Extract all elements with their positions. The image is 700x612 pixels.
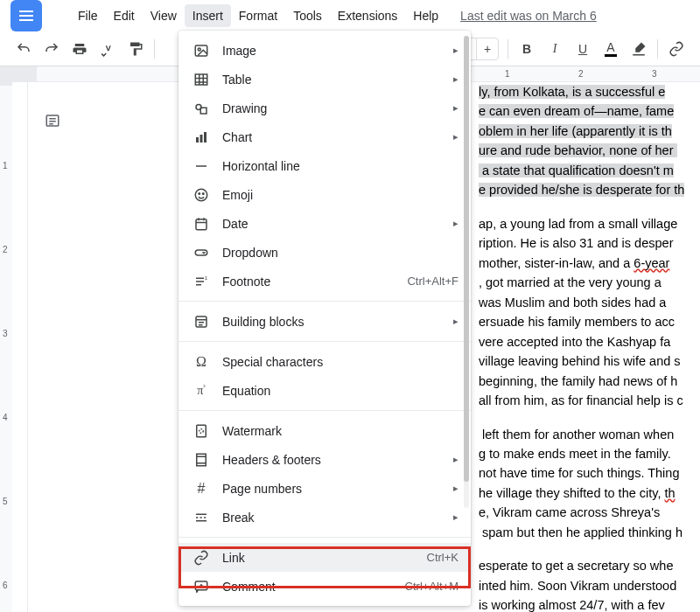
svg-rect-33: [197, 425, 206, 437]
menu-item-shortcut: Ctrl+Alt+M: [405, 580, 458, 593]
comment-icon: [192, 578, 210, 595]
table-icon: [192, 71, 210, 88]
svg-rect-13: [196, 137, 199, 143]
submenu-arrow-icon: ▸: [453, 511, 458, 523]
menu-item-label: Date: [222, 217, 446, 231]
menu-file[interactable]: File: [70, 4, 106, 27]
last-edit-link[interactable]: Last edit was on March 6: [460, 9, 597, 23]
svg-rect-20: [196, 219, 206, 229]
svg-point-18: [199, 192, 200, 194]
break-icon: [192, 509, 210, 526]
undo-button[interactable]: [10, 36, 37, 62]
menu-item-image[interactable]: Image▸: [178, 36, 471, 65]
omega-icon: Ω: [192, 353, 210, 371]
menu-item-label: Special characters: [222, 355, 458, 369]
svg-rect-14: [200, 135, 203, 143]
menu-help[interactable]: Help: [405, 4, 446, 27]
submenu-arrow-icon: ▸: [453, 73, 458, 85]
chart-icon: [192, 129, 210, 146]
document-text[interactable]: ly, from Kolkata, is a successful ee can…: [479, 82, 700, 612]
menu-item-label: Page numbers: [222, 482, 446, 496]
svg-text:1: 1: [205, 275, 208, 280]
menu-item-table[interactable]: Table▸: [178, 65, 471, 94]
docs-logo[interactable]: [10, 0, 42, 31]
menu-view[interactable]: View: [143, 4, 185, 27]
menu-item-label: Chart: [222, 130, 446, 144]
menu-edit[interactable]: Edit: [106, 4, 143, 27]
menu-item-label: Watermark: [222, 424, 458, 438]
menu-item-label: Headers & footers: [222, 453, 446, 467]
menu-bar: FileEditViewInsertFormatToolsExtensionsH…: [0, 0, 700, 31]
image-icon: [192, 42, 210, 59]
svg-rect-4: [195, 45, 207, 56]
menu-item-date[interactable]: Date▸: [178, 209, 471, 238]
submenu-arrow-icon: ▸: [453, 45, 458, 56]
menu-item-headers-footers[interactable]: Headers & footers▸: [178, 445, 471, 474]
menu-separator: [178, 537, 471, 538]
headers-icon: [192, 451, 210, 469]
menu-item-footnote[interactable]: 1FootnoteCtrl+Alt+F: [178, 267, 471, 296]
menu-item-label: Link: [222, 551, 427, 565]
menu-item-label: Equation: [222, 384, 458, 398]
menu-item-dropdown[interactable]: Dropdown: [178, 238, 471, 267]
menu-item-break[interactable]: Break▸: [178, 503, 471, 532]
menu-item-label: Image: [222, 44, 446, 58]
highlight-color-button[interactable]: [626, 36, 652, 62]
font-size-increase[interactable]: +: [477, 42, 498, 56]
menu-item-emoji[interactable]: Emoji: [178, 180, 471, 209]
menu-item-drawing[interactable]: Drawing▸: [178, 94, 471, 122]
spellcheck-button[interactable]: [94, 36, 121, 62]
menu-format[interactable]: Format: [231, 4, 285, 27]
menu-insert[interactable]: Insert: [185, 4, 231, 27]
menu-item-label: Building blocks: [222, 315, 446, 329]
left-gutter: [28, 82, 80, 612]
menu-item-comment[interactable]: CommentCtrl+Alt+M: [178, 572, 471, 601]
svg-point-17: [195, 189, 207, 201]
document-outline-button[interactable]: [40, 108, 65, 133]
blocks-icon: [192, 313, 210, 330]
redo-button[interactable]: [38, 36, 65, 62]
menu-item-label: Break: [222, 511, 446, 525]
italic-button[interactable]: I: [542, 36, 568, 62]
dropdown-icon: [192, 244, 210, 261]
menu-item-horizontal-line[interactable]: Horizontal line: [178, 151, 471, 180]
submenu-arrow-icon: ▸: [453, 131, 458, 143]
menu-tools[interactable]: Tools: [285, 4, 330, 27]
menu-item-building-blocks[interactable]: Building blocks▸: [178, 307, 471, 336]
svg-rect-15: [204, 132, 206, 143]
menu-item-label: Drawing: [222, 101, 446, 115]
menu-item-shortcut: Ctrl+Alt+F: [407, 275, 458, 288]
date-icon: [192, 215, 210, 233]
text-color-button[interactable]: A: [598, 36, 624, 62]
submenu-arrow-icon: ▸: [453, 316, 458, 327]
menu-separator: [178, 341, 471, 342]
menu-item-equation[interactable]: π²Equation: [178, 376, 471, 405]
print-button[interactable]: [66, 36, 93, 62]
menu-item-label: Horizontal line: [222, 159, 458, 173]
menu-item-watermark[interactable]: Watermark: [178, 416, 471, 445]
menu-separator: [178, 410, 471, 411]
menu-extensions[interactable]: Extensions: [330, 4, 405, 27]
pagenum-icon: #: [192, 480, 210, 497]
svg-rect-6: [195, 74, 207, 85]
watermark-icon: [192, 422, 210, 440]
svg-point-34: [200, 428, 204, 433]
menu-item-special-characters[interactable]: ΩSpecial characters: [178, 347, 471, 376]
menu-item-label: Footnote: [222, 275, 407, 289]
menu-item-page-numbers[interactable]: #Page numbers▸: [178, 474, 471, 503]
insert-link-button[interactable]: [663, 36, 690, 62]
paint-format-button[interactable]: [122, 36, 149, 62]
insert-menu-dropdown[interactable]: Image▸Table▸Drawing▸Chart▸Horizontal lin…: [178, 31, 471, 606]
menu-item-link[interactable]: LinkCtrl+K: [178, 543, 471, 572]
menu-item-label: Dropdown: [222, 246, 458, 260]
menu-item-label: Emoji: [222, 188, 458, 202]
menu-item-label: Table: [222, 73, 446, 87]
submenu-arrow-icon: ▸: [453, 454, 458, 465]
svg-point-19: [203, 192, 205, 194]
menu-item-chart[interactable]: Chart▸: [178, 122, 471, 151]
underline-button[interactable]: U: [570, 36, 596, 62]
bold-button[interactable]: B: [514, 36, 540, 62]
submenu-arrow-icon: ▸: [453, 102, 458, 114]
menu-item-shortcut: Ctrl+K: [427, 551, 458, 564]
vertical-ruler[interactable]: 1 2 3 4 5 6: [0, 82, 28, 612]
